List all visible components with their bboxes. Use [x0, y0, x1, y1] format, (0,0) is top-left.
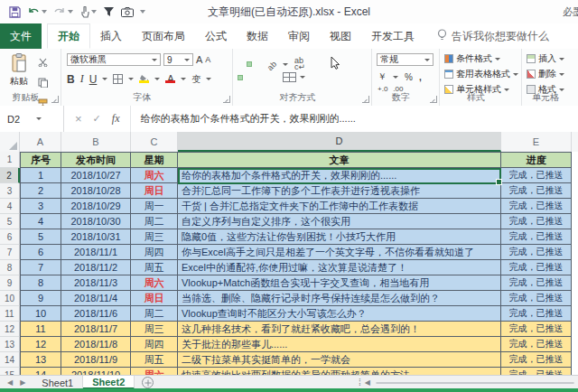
enter-icon[interactable]: ✓	[93, 113, 101, 125]
row-header-8[interactable]: 8	[0, 260, 20, 275]
row-header-5[interactable]: 5	[0, 214, 20, 229]
tab-数据[interactable]: 数据	[237, 23, 278, 49]
cell-date[interactable]: 2018/10/27	[61, 168, 131, 183]
row-header-2[interactable]: 2	[0, 168, 20, 183]
cell-status[interactable]: 完成，已推送	[501, 352, 572, 368]
touch-mode-dropdown-icon[interactable]	[91, 10, 97, 14]
alignment-dialog-launcher-icon[interactable]	[362, 96, 369, 103]
cell-num[interactable]: 4	[20, 214, 61, 229]
cell-article[interactable]: 当筛选、删除、隐藏行记录时序号保持连续是怎么做到的？	[178, 291, 501, 306]
sheet-nav-right-icon[interactable]: ▶	[20, 378, 25, 387]
tab-视图[interactable]: 视图	[320, 23, 361, 49]
orientation-dropdown-icon[interactable]	[283, 63, 288, 66]
account-name[interactable]: 必墨	[563, 5, 578, 19]
sheet-tab-Sheet2[interactable]: Sheet2	[83, 376, 135, 389]
table-header-cell[interactable]: 进度	[501, 152, 572, 168]
table-header-cell[interactable]: 序号	[20, 152, 61, 168]
row-header-4[interactable]: 4	[0, 199, 20, 214]
accounting-format-button[interactable]: ￥	[378, 70, 387, 83]
cell-num[interactable]: 2	[20, 183, 61, 199]
cell-article[interactable]: 关于批注的那些事儿......	[178, 337, 501, 352]
cell-num[interactable]: 7	[20, 260, 61, 275]
cell-num[interactable]: 10	[20, 306, 61, 322]
cell-num[interactable]: 11	[20, 322, 61, 337]
cell-date[interactable]: 2018/10/31	[61, 229, 131, 245]
cell-status[interactable]: 完成，已推送	[501, 214, 572, 229]
cell-date[interactable]: 2018/11/9	[61, 352, 131, 368]
column-header-C[interactable]: C	[131, 132, 178, 152]
row-header-11[interactable]: 11	[0, 306, 20, 322]
menu-item-条件格式[interactable]: 条件格式	[444, 52, 518, 65]
cell-status[interactable]: 完成，已推送	[501, 199, 572, 214]
italic-button[interactable]: I	[80, 72, 84, 86]
cell-date[interactable]: 2018/11/3	[61, 275, 131, 291]
font-name-select[interactable]: 微软雅黑	[67, 53, 161, 66]
column-header-A[interactable]: A	[20, 132, 61, 152]
tell-me-box[interactable]: 告诉我你想要做什么	[437, 23, 549, 49]
cell-status[interactable]: 完成，已推送	[501, 183, 572, 199]
row-header-9[interactable]: 9	[0, 275, 20, 291]
cell-date[interactable]: 2018/11/6	[61, 306, 131, 322]
cell-day[interactable]: 周四	[131, 337, 178, 352]
cell-num[interactable]: 14	[20, 368, 61, 375]
column-header-D[interactable]: D	[178, 132, 501, 152]
number-dialog-launcher-icon[interactable]	[430, 96, 437, 103]
borders-icon[interactable]	[113, 74, 123, 84]
redo-button[interactable]	[53, 6, 73, 17]
grow-font-button[interactable]: A	[196, 56, 202, 64]
cell-date[interactable]: 2018/10/29	[61, 199, 131, 214]
camera-icon[interactable]	[121, 7, 134, 17]
cell-day[interactable]: 周二	[131, 214, 178, 229]
tab-file[interactable]: 文件	[0, 23, 42, 49]
cell-day[interactable]: 周六	[131, 368, 178, 375]
cell-day[interactable]: 周四	[131, 245, 178, 260]
row-header-7[interactable]: 7	[0, 245, 20, 260]
tab-插入[interactable]: 插入	[90, 23, 132, 49]
tab-开始[interactable]: 开始	[47, 23, 90, 49]
cell-status[interactable]: 完成，已推送	[501, 291, 572, 306]
cell-date[interactable]: 2018/11/8	[61, 337, 131, 352]
cell-article[interactable]: 隐藏0值，这些方法让你告别困扰！小技巧大作用	[178, 229, 501, 245]
cell-day[interactable]: 周日	[131, 291, 178, 306]
undo-dropdown-icon[interactable]	[42, 10, 47, 14]
copy-icon[interactable]	[38, 75, 48, 91]
increase-indent-icon[interactable]	[274, 75, 279, 80]
menu-item-插入[interactable]: 插入	[527, 52, 564, 65]
sheet-tab-Sheet1[interactable]: Sheet1	[33, 376, 83, 389]
cell-article[interactable]: 给你的表格加个条件格式的开关，效果刚刚的......	[178, 168, 501, 183]
cell-day[interactable]: 周三	[131, 229, 178, 245]
align-right-button[interactable]	[256, 75, 261, 80]
phonetic-dropdown-icon[interactable]	[206, 78, 211, 80]
decrease-indent-icon[interactable]	[265, 75, 270, 80]
font-color-dropdown-icon[interactable]	[181, 78, 186, 80]
percent-style-button[interactable]: %	[405, 72, 413, 82]
cell-num[interactable]: 12	[20, 337, 61, 352]
cell-status[interactable]: 完成，已推送	[501, 306, 572, 322]
cell-num[interactable]: 8	[20, 275, 61, 291]
tab-页面布局[interactable]: 页面布局	[132, 23, 195, 49]
row-header-6[interactable]: 6	[0, 229, 20, 245]
cell-article[interactable]: 快速高效地比对两列数据的差异的两种超简单的方法	[178, 368, 501, 375]
number-format-select[interactable]: 常规	[377, 53, 434, 66]
cell-date[interactable]: 2018/10/30	[61, 214, 131, 229]
cell-num[interactable]: 9	[20, 291, 61, 306]
cell-num[interactable]: 13	[20, 352, 61, 368]
cell-article[interactable]: Vlookup查询时不能区分大小写该怎么办？	[178, 306, 501, 322]
cell-status[interactable]: 完成，已推送	[501, 275, 572, 291]
name-box[interactable]: D2	[0, 106, 64, 132]
cell-status[interactable]: 完成，已推送	[501, 260, 572, 275]
wrap-text-button[interactable]: abc↵	[292, 55, 308, 73]
cell-num[interactable]: 3	[20, 199, 61, 214]
cancel-icon[interactable]: ×	[75, 112, 82, 126]
row-header-10[interactable]: 10	[0, 291, 20, 306]
tab-splitter[interactable]: ⁞	[359, 378, 361, 387]
row-header-14[interactable]: 14	[0, 352, 20, 368]
merge-dropdown-icon[interactable]	[300, 76, 305, 79]
cell-date[interactable]: 2018/11/2	[61, 260, 131, 275]
cut-icon[interactable]	[38, 54, 48, 70]
cell-date[interactable]: 2018/11/4	[61, 291, 131, 306]
accounting-dropdown-icon[interactable]	[393, 76, 398, 79]
cell-article[interactable]: 二级下拉菜单其实挺简单的，一学就会	[178, 352, 501, 368]
cell-date[interactable]: 2018/10/28	[61, 183, 131, 199]
align-center-button[interactable]	[247, 75, 252, 80]
